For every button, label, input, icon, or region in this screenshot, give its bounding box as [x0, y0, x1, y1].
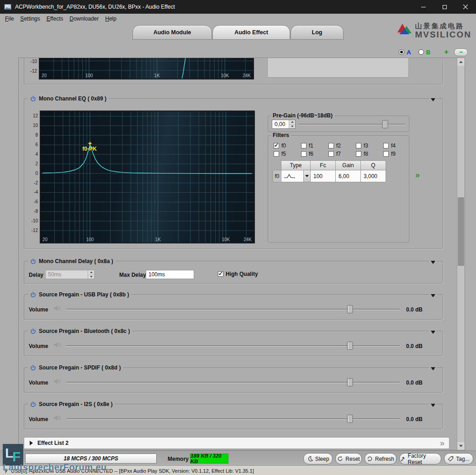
- radio-a[interactable]: [399, 49, 404, 55]
- filter-type-dropdown[interactable]: [281, 170, 311, 182]
- menu-effects[interactable]: Effects: [43, 15, 66, 23]
- menu-downloader[interactable]: Downloader: [66, 15, 102, 23]
- checkbox[interactable]: [274, 151, 279, 157]
- remove-button[interactable]: −: [454, 48, 468, 56]
- slider-thumb[interactable]: [347, 378, 353, 386]
- speaker-icon[interactable]: [53, 415, 61, 421]
- volume-slider-bluetooth[interactable]: [66, 341, 400, 350]
- filter-checkbox-f1[interactable]: f1: [301, 142, 313, 149]
- effect-list-2-header[interactable]: Effect List 2 »: [24, 437, 450, 449]
- maximize-button[interactable]: [434, 0, 455, 14]
- high-quality-option[interactable]: High Quality: [218, 271, 258, 277]
- tag-button[interactable]: Tag...: [444, 453, 473, 464]
- status-line: USB[0]: Ap82xxDM USB Audio CONNECTED -- …: [0, 466, 476, 475]
- checkbox[interactable]: [274, 143, 279, 148]
- vertical-scrollbar[interactable]: [457, 58, 465, 450]
- speaker-icon[interactable]: [53, 305, 61, 311]
- checkbox[interactable]: [301, 143, 307, 148]
- checkbox-label: f5: [281, 151, 286, 157]
- refresh-button[interactable]: Refresh: [365, 453, 397, 464]
- checkbox[interactable]: [383, 151, 389, 157]
- volume-label: Volume: [29, 416, 48, 422]
- filter-checkbox-f6[interactable]: f6: [301, 151, 313, 157]
- menu-settings[interactable]: Settings: [17, 15, 43, 23]
- gain-cell[interactable]: 6,00: [336, 170, 361, 182]
- power-toggle-icon[interactable]: [30, 96, 36, 102]
- power-toggle-icon[interactable]: [30, 401, 36, 407]
- checkbox[interactable]: [301, 151, 307, 157]
- fc-cell[interactable]: 100: [311, 170, 336, 182]
- filter-checkbox-f0[interactable]: f0: [274, 142, 286, 149]
- pre-gain-value-input[interactable]: 0,00: [272, 120, 296, 129]
- spinner-arrows[interactable]: [88, 270, 94, 279]
- collapse-arrow-icon[interactable]: [429, 402, 437, 408]
- checkbox-label: f3: [364, 142, 368, 149]
- q-cell[interactable]: 3,000: [361, 170, 386, 182]
- slider-track[interactable]: [298, 124, 405, 125]
- slider-thumb[interactable]: [347, 415, 353, 423]
- scroll-up-button[interactable]: [457, 58, 465, 66]
- slider-thumb[interactable]: [347, 305, 353, 313]
- reset-button[interactable]: Reset: [335, 453, 362, 464]
- checkbox-label: f6: [309, 151, 313, 157]
- collapse-arrow-icon[interactable]: [429, 329, 437, 335]
- collapse-arrow-icon[interactable]: [429, 292, 437, 299]
- checkbox[interactable]: [356, 151, 361, 157]
- scroll-down-button[interactable]: [457, 442, 465, 450]
- power-toggle-icon[interactable]: [30, 365, 36, 371]
- collapse-arrow-icon[interactable]: [429, 365, 437, 372]
- speaker-icon[interactable]: [53, 342, 61, 348]
- status-toolbar: CPU 18 MCPS / 300 MCPS Memory 189 KB / 3…: [0, 450, 476, 466]
- svg-text:100: 100: [85, 73, 93, 78]
- memory-usage-badge: 189 KB / 320 KB: [190, 454, 228, 464]
- speaker-icon[interactable]: [53, 378, 61, 385]
- dropdown-arrow-icon[interactable]: [303, 170, 310, 182]
- power-toggle-icon[interactable]: [30, 292, 36, 298]
- memory-label: Memory: [168, 456, 189, 462]
- tab-log[interactable]: Log: [291, 25, 344, 40]
- volume-value: 0.0 dB: [406, 343, 423, 349]
- factory-reset-button[interactable]: Factory Reset: [399, 453, 441, 464]
- close-button[interactable]: [455, 0, 476, 14]
- filter-checkbox-f2[interactable]: f2: [328, 142, 341, 149]
- expand-filters-button[interactable]: »: [415, 172, 419, 178]
- sleep-button[interactable]: Sleep: [303, 453, 333, 464]
- collapse-arrow-icon[interactable]: [429, 259, 437, 265]
- minimize-button[interactable]: [413, 0, 434, 14]
- filter-checkbox-f9[interactable]: f9: [383, 151, 396, 157]
- radio-b[interactable]: [418, 49, 424, 55]
- checkbox-label: f4: [391, 142, 396, 149]
- spinner-arrows[interactable]: [289, 120, 295, 128]
- slider-thumb[interactable]: [347, 342, 353, 350]
- tab-audio-module[interactable]: Audio Module: [132, 25, 212, 40]
- filter-checkbox-f4[interactable]: f4: [383, 142, 396, 149]
- button-label: Sleep: [315, 456, 329, 462]
- filter-checkbox-f8[interactable]: f8: [356, 151, 368, 157]
- scrollbar-thumb[interactable]: [458, 197, 464, 266]
- svg-text:24K: 24K: [243, 73, 251, 78]
- menu-file[interactable]: File: [2, 15, 17, 23]
- checkbox[interactable]: [328, 151, 334, 157]
- delay-combo[interactable]: 50ms: [45, 270, 95, 279]
- checkbox[interactable]: [356, 143, 361, 148]
- power-toggle-icon[interactable]: [30, 328, 36, 334]
- pre-gain-slider[interactable]: [298, 120, 405, 129]
- group-title: Source Pregain - USB Play ( 0x8b ): [39, 291, 129, 298]
- volume-slider-i2s[interactable]: [66, 414, 400, 423]
- checkbox[interactable]: [383, 143, 389, 148]
- filter-checkbox-f5[interactable]: f5: [274, 151, 286, 157]
- filter-checkbox-f7[interactable]: f7: [328, 151, 341, 157]
- menu-help[interactable]: Help: [102, 15, 120, 23]
- high-quality-checkbox[interactable]: [218, 271, 223, 277]
- power-toggle-icon[interactable]: [30, 259, 36, 264]
- tab-audio-effect[interactable]: Audio Effect: [212, 25, 290, 40]
- slider-thumb[interactable]: [382, 120, 388, 128]
- filter-checkbox-f3[interactable]: f3: [356, 142, 368, 149]
- checkbox[interactable]: [328, 143, 334, 148]
- button-label: Factory Reset: [408, 453, 441, 465]
- effect-list-expand-button[interactable]: »: [440, 440, 444, 446]
- volume-slider-usb[interactable]: [66, 305, 400, 314]
- add-button[interactable]: +: [444, 48, 449, 57]
- volume-slider-spdif[interactable]: [66, 378, 400, 387]
- max-delay-input[interactable]: 100ms: [146, 270, 194, 279]
